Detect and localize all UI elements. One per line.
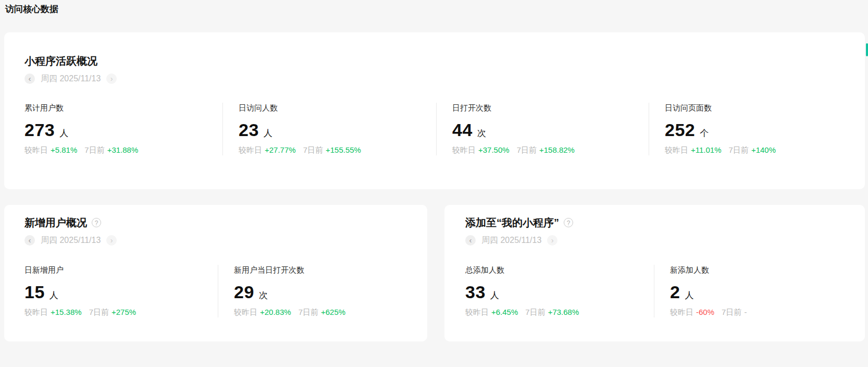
metric-unit: 次 <box>259 289 268 301</box>
next-day-button[interactable]: › <box>106 235 117 246</box>
vs-week-value: +625% <box>321 308 345 316</box>
metric-label: 累计用户数 <box>24 103 222 113</box>
card-title-text: 小程序活跃概况 <box>24 55 97 67</box>
prev-day-button[interactable]: ‹ <box>24 74 35 84</box>
metrics-row: 累计用户数 273 人 较昨日+5.81%7日前+31.88% 日访问人数 23… <box>4 103 865 155</box>
metric-unit: 人 <box>264 127 272 139</box>
metric-unit: 人 <box>685 289 693 301</box>
vs-week-label: 7日前 <box>729 145 749 154</box>
help-icon[interactable]: ? <box>92 218 101 227</box>
metric-label: 日访问页面数 <box>665 103 865 113</box>
card-title-text: 添加至“我的小程序” <box>465 216 559 229</box>
date-label: 周四 2025/11/13 <box>481 235 541 246</box>
vs-week-label: 7日前 <box>722 308 741 316</box>
vs-yesterday-value: +11.01% <box>691 145 722 154</box>
vs-week-value: - <box>744 308 747 316</box>
metric-cumulative-users: 累计用户数 273 人 较昨日+5.81%7日前+31.88% <box>4 103 222 155</box>
prev-day-button[interactable]: ‹ <box>24 235 35 246</box>
metric-change-row: 较昨日+20.83%7日前+625% <box>234 307 427 317</box>
metric-value: 29 次 <box>234 282 427 302</box>
metric-daily-pageviews: 日访问页面数 252 个 较昨日+11.01%7日前+140% <box>649 103 865 155</box>
vs-yesterday-value: +27.77% <box>265 145 296 154</box>
metric-value: 44 次 <box>452 119 649 140</box>
metric-label: 日访问人数 <box>239 103 436 113</box>
prev-day-button[interactable]: ‹ <box>465 235 476 246</box>
card-title: 新增用户概况 ? <box>24 216 427 229</box>
metric-change-row: 较昨日+15.38%7日前+275% <box>24 307 218 317</box>
vs-yesterday-value: +20.83% <box>260 308 291 316</box>
metric-unit: 次 <box>477 127 486 139</box>
help-icon[interactable]: ? <box>564 218 573 227</box>
vs-yesterday-label: 较昨日 <box>670 308 693 316</box>
chevron-left-icon: ‹ <box>29 236 31 244</box>
metric-total-added: 总添加人数 33 人 较昨日+6.45%7日前+73.68% <box>444 265 654 317</box>
metric-number: 252 <box>665 119 695 140</box>
date-nav: ‹ 周四 2025/11/13 › <box>465 234 865 247</box>
card-added-to-my-miniprograms: 添加至“我的小程序” ? ‹ 周四 2025/11/13 › 总添加人数 33 … <box>444 205 865 341</box>
date-label: 周四 2025/11/13 <box>41 235 101 246</box>
vs-yesterday-label: 较昨日 <box>465 308 489 316</box>
metric-label: 新用户当日打开次数 <box>234 265 427 275</box>
vs-yesterday-label: 较昨日 <box>452 145 476 154</box>
vs-yesterday-label: 较昨日 <box>24 145 48 154</box>
vs-week-value: +275% <box>111 308 136 316</box>
metric-change-row: 较昨日+5.81%7日前+31.88% <box>24 145 222 155</box>
next-day-button[interactable]: › <box>547 235 557 246</box>
vs-week-value: +158.82% <box>539 145 575 154</box>
metric-number: 29 <box>234 282 254 302</box>
vs-week-label: 7日前 <box>303 145 323 154</box>
metric-daily-opens: 日打开次数 44 次 较昨日+37.50%7日前+158.82% <box>436 103 649 155</box>
metric-number: 2 <box>670 282 680 302</box>
metric-value: 252 个 <box>665 119 865 140</box>
metric-number: 44 <box>452 119 473 140</box>
vs-yesterday-value: -60% <box>696 308 714 316</box>
metric-change-row: 较昨日+6.45%7日前+73.68% <box>465 307 654 317</box>
vs-week-label: 7日前 <box>525 308 545 316</box>
metric-unit: 个 <box>700 127 709 139</box>
date-nav: ‹ 周四 2025/11/13 › <box>24 72 865 85</box>
card-title: 添加至“我的小程序” ? <box>465 216 865 229</box>
metric-number: 23 <box>239 119 259 140</box>
metric-change-row: 较昨日-60%7日前- <box>670 307 865 317</box>
date-label: 周四 2025/11/13 <box>41 74 101 84</box>
date-nav: ‹ 周四 2025/11/13 › <box>24 234 427 247</box>
vs-week-label: 7日前 <box>89 308 109 316</box>
card-new-users-overview: 新增用户概况 ? ‹ 周四 2025/11/13 › 日新增用户 15 人 较昨… <box>4 205 427 341</box>
metric-value: 15 人 <box>24 282 218 302</box>
metric-unit: 人 <box>49 289 58 301</box>
vs-week-label: 7日前 <box>84 145 104 154</box>
metric-label: 日新增用户 <box>24 265 218 275</box>
metric-daily-new-users: 日新增用户 15 人 较昨日+15.38%7日前+275% <box>4 265 218 317</box>
card-activity-overview: 小程序活跃概况 ‹ 周四 2025/11/13 › 累计用户数 273 人 较昨… <box>4 32 865 189</box>
metric-newly-added: 新添加人数 2 人 较昨日-60%7日前- <box>654 265 865 317</box>
vs-yesterday-value: +5.81% <box>51 145 77 154</box>
metric-value: 23 人 <box>239 119 436 140</box>
scrollbar-thumb[interactable] <box>866 43 868 56</box>
card-header: 新增用户概况 ? ‹ 周四 2025/11/13 › <box>4 205 427 247</box>
metric-change-row: 较昨日+11.01%7日前+140% <box>665 145 865 155</box>
metric-new-user-opens: 新用户当日打开次数 29 次 较昨日+20.83%7日前+625% <box>218 265 427 317</box>
vs-week-value: +140% <box>751 145 776 154</box>
metric-change-row: 较昨日+27.77%7日前+155.55% <box>239 145 436 155</box>
metric-number: 273 <box>24 119 55 140</box>
metrics-row: 日新增用户 15 人 较昨日+15.38%7日前+275% 新用户当日打开次数 … <box>4 265 427 317</box>
chevron-left-icon: ‹ <box>29 75 31 82</box>
vs-yesterday-value: +15.38% <box>51 308 82 316</box>
vs-week-value: +155.55% <box>326 145 361 154</box>
vs-week-label: 7日前 <box>517 145 537 154</box>
vs-week-value: +31.88% <box>107 145 139 154</box>
vs-yesterday-value: +37.50% <box>478 145 510 154</box>
vs-yesterday-label: 较昨日 <box>24 308 48 316</box>
metrics-row: 总添加人数 33 人 较昨日+6.45%7日前+73.68% 新添加人数 2 人… <box>444 265 865 317</box>
chevron-right-icon: › <box>551 236 554 244</box>
vs-yesterday-label: 较昨日 <box>665 145 688 154</box>
metric-number: 33 <box>465 282 486 302</box>
card-header: 添加至“我的小程序” ? ‹ 周四 2025/11/13 › <box>444 205 865 247</box>
card-title: 小程序活跃概况 <box>24 55 865 67</box>
metric-number: 15 <box>24 282 45 302</box>
vs-week-value: +73.68% <box>548 308 579 316</box>
next-day-button[interactable]: › <box>106 74 117 84</box>
metric-value: 273 人 <box>24 119 222 140</box>
metric-unit: 人 <box>59 127 68 139</box>
metric-value: 2 人 <box>670 282 865 302</box>
